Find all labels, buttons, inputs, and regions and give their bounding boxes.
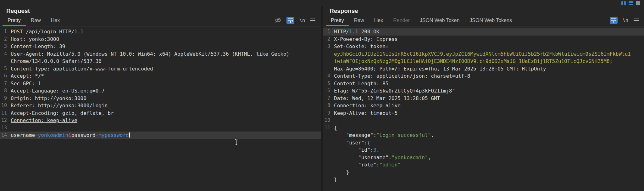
response-panel: Response PrettyRawHexRenderJSON Web Toke… [323,6,644,191]
response-panel-title: Response [323,6,644,15]
repeater-window: Request PrettyRawHex [0,0,644,191]
code-line: 6ETag: W/"55-ZCmSkw0rZblCyQ+4p3kFQ21Imj8… [323,87,644,95]
code-text: Content-Length: 39 [11,43,321,50]
code-text: "id":3, [334,146,644,154]
code-text: eyJhbGciOiJIUzI1NiIsInR5cCI6IkpXVCJ9.eyJ… [334,50,644,58]
line-number: 11 [323,124,334,132]
line-number [323,146,334,154]
response-tabbar: PrettyRawHexRenderJSON Web TokenJSON Web… [323,15,644,26]
code-line: Max-Age=86400; Path=/; Expires=Thu, 13 M… [323,65,644,73]
code-line: 10 [323,117,644,124]
code-text: POST /api/login HTTP/1.1 [11,28,321,36]
line-number: 4 [323,72,334,80]
line-number: 9 [0,95,11,102]
code-text: Content-Length: 85 [334,80,644,87]
line-number [0,58,11,65]
code-line: 3Content-Length: 39 [0,43,321,50]
newline-icon[interactable]: \n [623,18,628,23]
line-number: 1 [0,28,11,36]
code-text: } [334,176,644,183]
panels-container: Request PrettyRawHex [0,6,644,191]
line-number [323,132,334,139]
code-text: Accept-Encoding: gzip, deflate, br [11,110,321,117]
line-number [323,161,334,169]
line-number: 13 [0,124,11,132]
request-editor[interactable]: 1POST /api/login HTTP/1.12Host: yonko:30… [0,26,321,191]
code-text: Accept: */* [11,72,321,80]
code-line: 11{ [323,124,644,132]
newline-icon[interactable]: \n [299,18,305,23]
code-text: Max-Age=86400; Path=/; Expires=Thu, 13 M… [334,65,644,73]
code-text: username=yonkoadmin&password=mypassword [11,132,321,139]
eye-off-icon[interactable] [275,18,281,23]
code-line: 4User-Agent: Mozilla/5.0 (Windows NT 10.… [0,50,321,58]
tab-raw[interactable]: Raw [26,15,46,26]
line-number: 8 [0,87,11,95]
line-number: 4 [0,50,11,58]
line-number [323,176,334,183]
line-number: 6 [0,72,11,80]
code-text: Connection: keep-alive [334,102,644,110]
code-line: "user":{ [323,139,644,147]
code-text: HTTP/1.1 200 OK [334,28,644,36]
line-number: 9 [323,110,334,117]
line-number [323,65,334,73]
code-text: "message":"Login successful", [334,132,644,139]
line-number: 12 [0,117,11,124]
line-number [323,139,334,147]
line-number: 2 [0,36,11,43]
code-line: "role":"admin" [323,161,644,169]
line-number: 6 [323,87,334,95]
code-text: } [334,169,644,176]
line-number: 7 [0,80,11,87]
code-line: 8Accept-Language: en-US,en;q=0.7 [0,87,321,95]
code-text: "username":"yonkoadmin", [334,154,644,161]
code-text: iwiaWF0IjoxNzQxNzg2MDg1LCJleHAiOjE3NDE4N… [334,58,644,65]
tab-json-web-token[interactable]: JSON Web Token [415,15,465,26]
line-number [323,154,334,161]
code-text: Chrome/134.0.0.0 Safari/537.36 [11,58,321,65]
tab-raw[interactable]: Raw [349,15,369,26]
split-rows-icon[interactable] [629,1,633,5]
code-text: Origin: http://yonko:3000 [11,95,321,102]
tab-hex[interactable]: Hex [369,15,388,26]
code-text: Sec-GPC: 1 [11,80,321,87]
menu-icon[interactable] [633,18,639,23]
code-line: 9Origin: http://yonko:3000 [0,95,321,102]
code-text [11,124,321,132]
code-line: } [323,169,644,176]
code-line: 14username=yonkoadmin&password=mypasswor… [0,132,321,139]
tab-pretty[interactable]: Pretty [326,15,349,26]
single-panel-icon[interactable] [636,1,640,5]
response-toolbar: \n [610,17,644,26]
code-line: 8Connection: keep-alive [323,102,644,110]
response-editor[interactable]: 1HTTP/1.1 200 OK2X-Powered-By: Express3S… [323,26,644,191]
code-text: Set-Cookie: token= [334,43,644,50]
response-tabs: PrettyRawHexRenderJSON Web TokenJSON Web… [326,15,517,26]
line-number: 5 [323,80,334,87]
code-text: Accept-Language: en-US,en;q=0.7 [11,87,321,95]
word-wrap-icon[interactable] [610,17,618,24]
tab-pretty[interactable]: Pretty [3,15,26,26]
code-line: eyJhbGciOiJIUzI1NiIsInR5cCI6IkpXVCJ9.eyJ… [323,50,644,58]
word-wrap-icon[interactable] [286,17,294,24]
code-line: 4Content-Type: application/json; charset… [323,72,644,80]
code-line: 3Set-Cookie: token= [323,43,644,50]
code-text: Connection: keep-alive [11,117,321,124]
code-line: 7Date: Wed, 12 Mar 2025 13:28:05 GMT [323,95,644,102]
code-line: "message":"Login successful", [323,132,644,139]
line-number: 8 [323,102,334,110]
tab-hex[interactable]: Hex [46,15,65,26]
request-panel: Request PrettyRawHex [0,6,321,191]
line-number: 3 [0,43,11,50]
line-number [323,58,334,65]
panel-splitter[interactable] [321,6,323,191]
code-line: 13 [0,124,321,132]
code-text: Keep-Alive: timeout=5 [334,110,644,117]
line-number: 5 [0,65,11,73]
code-text: ETag: W/"55-ZCmSkw0rZblCyQ+4p3kFQ21Imj8" [334,87,644,95]
split-columns-icon[interactable] [621,1,626,5]
code-line: 11Accept-Encoding: gzip, deflate, br [0,110,321,117]
menu-icon[interactable] [310,18,316,23]
tab-json-web-tokens[interactable]: JSON Web Tokens [464,15,517,26]
